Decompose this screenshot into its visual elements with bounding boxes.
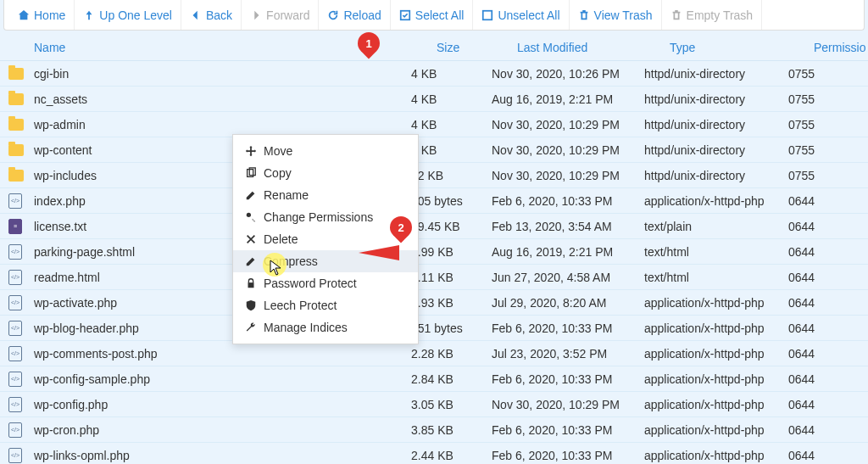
file-permissions: 0644: [788, 296, 860, 310]
reload-button[interactable]: Reload: [319, 0, 390, 30]
back-arrow-icon: [190, 9, 202, 21]
view-trash-label: View Trash: [594, 8, 653, 22]
table-row[interactable]: wp-includes12 KBNov 30, 2020, 10:29 PMht…: [0, 163, 868, 188]
file-size: 6.93 KB: [411, 296, 492, 310]
context-delete-label: Delete: [264, 232, 298, 246]
context-password-label: Password Protect: [264, 277, 357, 290]
up-one-level-button[interactable]: Up One Level: [75, 0, 181, 30]
file-permissions: 0644: [788, 245, 860, 259]
file-type: application/x-httpd-php: [644, 398, 788, 411]
home-button[interactable]: Home: [9, 0, 75, 30]
file-type: application/x-httpd-php: [644, 372, 788, 386]
file-size: 2.44 KB: [411, 449, 492, 462]
context-copy[interactable]: Copy: [233, 162, 418, 184]
table-row[interactable]: </>wp-cron.php3.85 KBFeb 6, 2020, 10:33 …: [0, 417, 868, 443]
file-size: 4 KB: [411, 67, 492, 81]
col-permissions[interactable]: Permissio: [814, 41, 865, 54]
table-row[interactable]: wp-content4 KBNov 30, 2020, 10:29 PMhttp…: [0, 137, 868, 163]
php-file-icon: </>: [8, 295, 22, 310]
col-size[interactable]: Size: [437, 41, 517, 54]
compress-icon: [245, 255, 257, 267]
file-modified: Aug 16, 2019, 2:21 PM: [492, 245, 644, 259]
file-permissions: 0644: [788, 220, 860, 233]
forward-arrow-icon: [250, 9, 262, 21]
file-permissions: 0644: [788, 271, 860, 284]
context-move[interactable]: Move: [233, 140, 418, 162]
reload-icon: [327, 9, 339, 21]
reload-label: Reload: [343, 8, 381, 22]
file-type: application/x-httpd-php: [644, 194, 788, 208]
table-row[interactable]: </>index.php405 bytesFeb 6, 2020, 10:33 …: [0, 188, 868, 214]
table-row[interactable]: ≡license.txt19.45 KBFeb 13, 2020, 3:54 A…: [0, 214, 868, 239]
folder-icon: [8, 170, 24, 182]
context-rename-label: Rename: [264, 188, 309, 202]
context-password-protect[interactable]: Password Protect: [233, 272, 418, 294]
folder-icon: [8, 93, 24, 105]
context-leech-protect[interactable]: Leech Protect: [233, 294, 418, 316]
file-type: text/plain: [644, 220, 788, 233]
table-row[interactable]: </>wp-links-opml.php2.44 KBFeb 6, 2020, …: [0, 443, 868, 464]
table-row[interactable]: </>wp-blog-header.php351 bytesFeb 6, 202…: [0, 316, 868, 341]
table-row[interactable]: </>wp-config-sample.php2.84 KBFeb 6, 202…: [0, 366, 868, 392]
file-permissions: 0755: [788, 118, 860, 131]
file-type: application/x-httpd-php: [644, 449, 788, 462]
table-row[interactable]: nc_assets4 KBAug 16, 2019, 2:21 PMhttpd/…: [0, 87, 868, 112]
context-menu: Move Copy Rename Change Permissions Dele…: [232, 134, 419, 344]
folder-icon: [8, 144, 24, 156]
file-modified: Aug 16, 2019, 2:21 PM: [492, 92, 644, 106]
file-permissions: 0644: [788, 449, 860, 462]
file-permissions: 0644: [788, 372, 860, 386]
file-size: 4.99 KB: [411, 245, 492, 259]
file-type: application/x-httpd-php: [644, 347, 788, 361]
unselect-all-button[interactable]: Unselect All: [473, 0, 569, 30]
shield-icon: [245, 299, 257, 311]
file-permissions: 0755: [788, 92, 860, 106]
col-modified[interactable]: Last Modified: [517, 41, 670, 54]
file-modified: Nov 30, 2020, 10:29 PM: [492, 169, 644, 182]
delete-icon: [245, 233, 257, 245]
file-modified: Jul 29, 2020, 8:20 AM: [492, 296, 644, 310]
file-type: httpd/unix-directory: [644, 67, 788, 81]
text-file-icon: ≡: [8, 219, 22, 234]
file-permissions: 0644: [788, 194, 860, 208]
context-rename[interactable]: Rename: [233, 184, 418, 206]
table-row[interactable]: </>parking-page.shtml4.99 KBAug 16, 2019…: [0, 239, 868, 265]
file-modified: Feb 6, 2020, 10:33 PM: [492, 423, 644, 437]
file-modified: Nov 30, 2020, 10:29 PM: [492, 398, 644, 411]
col-type[interactable]: Type: [670, 41, 814, 54]
context-manage-indices[interactable]: Manage Indices: [233, 316, 418, 338]
table-row[interactable]: wp-admin4 KBNov 30, 2020, 10:29 PMhttpd/…: [0, 112, 868, 137]
table-row[interactable]: </>wp-comments-post.php2.28 KBJul 23, 20…: [0, 341, 868, 366]
svg-rect-5: [248, 282, 254, 288]
table-row[interactable]: </>wp-config.php3.05 KBNov 30, 2020, 10:…: [0, 392, 868, 417]
file-modified: Nov 30, 2020, 10:29 PM: [492, 118, 644, 131]
toolbar: Home Up One Level Back Forward Reload Se…: [3, 0, 865, 31]
php-file-icon: </>: [8, 372, 22, 387]
select-all-button[interactable]: Select All: [391, 0, 474, 30]
file-modified: Feb 6, 2020, 10:33 PM: [492, 372, 644, 386]
home-label: Home: [34, 8, 65, 22]
context-indices-label: Manage Indices: [264, 321, 348, 334]
back-label: Back: [206, 8, 232, 22]
file-permissions: 0755: [788, 67, 860, 81]
back-button[interactable]: Back: [181, 0, 242, 30]
select-all-label: Select All: [415, 8, 465, 22]
folder-icon: [8, 68, 24, 80]
table-row[interactable]: cgi-bin4 KBNov 30, 2020, 10:26 PMhttpd/u…: [0, 61, 868, 87]
html-file-icon: </>: [8, 270, 22, 285]
up-arrow-icon: [83, 9, 95, 21]
home-icon: [18, 9, 30, 21]
php-file-icon: </>: [8, 193, 22, 209]
file-name: wp-admin: [34, 118, 411, 131]
file-permissions: 0755: [788, 169, 860, 182]
file-name: wp-links-opml.php: [34, 449, 411, 462]
up-label: Up One Level: [99, 8, 172, 22]
file-name: wp-config-sample.php: [34, 372, 411, 386]
file-modified: Feb 6, 2020, 10:33 PM: [492, 449, 644, 462]
view-trash-button[interactable]: View Trash: [570, 0, 662, 30]
empty-trash-button: Empty Trash: [662, 0, 763, 30]
table-row[interactable]: </>readme.html7.11 KBJun 27, 2020, 4:58 …: [0, 265, 868, 290]
file-modified: Jun 27, 2020, 4:58 AM: [492, 271, 644, 284]
table-row[interactable]: </>wp-activate.php6.93 KBJul 29, 2020, 8…: [0, 290, 868, 316]
file-type: httpd/unix-directory: [644, 118, 788, 131]
